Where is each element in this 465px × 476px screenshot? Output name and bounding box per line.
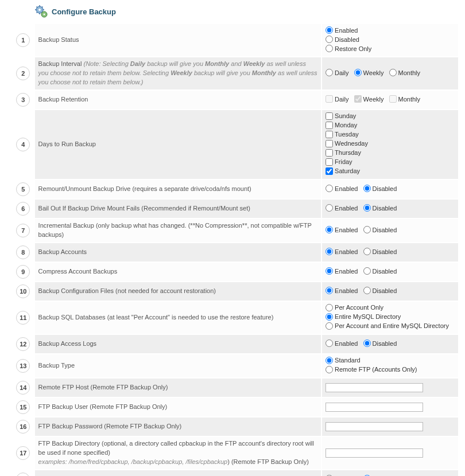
check-label: Sunday xyxy=(335,112,356,119)
logs-disabled-radio[interactable] xyxy=(363,340,371,347)
backup-type-label: Backup Type xyxy=(35,354,321,377)
svg-line-9 xyxy=(42,7,43,8)
radio-label: Entire MySQL Directory xyxy=(335,313,401,320)
day-thursday-check[interactable] xyxy=(326,149,333,157)
day-monday-check[interactable] xyxy=(326,122,333,129)
day-wednesday-check[interactable] xyxy=(326,140,333,147)
row-number: 16 xyxy=(16,420,30,434)
backup-interval-label: Backup Interval (Note: Selecting Daily b… xyxy=(35,57,321,89)
config-disabled-radio[interactable] xyxy=(363,287,371,294)
backup-status-restore-radio[interactable] xyxy=(326,45,333,52)
sql-db-label: Backup SQL Databases (at least "Per Acco… xyxy=(35,302,321,334)
svg-line-6 xyxy=(37,7,38,8)
row-number: 8 xyxy=(16,245,30,259)
type-remoteftp-radio[interactable] xyxy=(326,366,333,373)
backup-retention-label: Backup Retention xyxy=(35,91,321,109)
check-label: Daily xyxy=(335,96,348,103)
radio-label: Standard xyxy=(335,357,361,364)
radio-label: Enabled xyxy=(335,185,358,192)
row-number: 13 xyxy=(16,359,30,373)
interval-daily-radio[interactable] xyxy=(326,69,333,76)
config-enabled-radio[interactable] xyxy=(326,287,333,294)
radio-label: Enabled xyxy=(335,205,358,212)
row-number: 5 xyxy=(16,182,30,196)
row-number: 4 xyxy=(16,138,30,151)
radio-label: Disabled xyxy=(373,268,397,275)
radio-label: Enabled xyxy=(335,27,358,34)
radio-label: Disabled xyxy=(373,185,397,192)
bailout-disabled-radio[interactable] xyxy=(363,204,371,212)
row-number: 6 xyxy=(16,202,30,216)
check-label: Weekly xyxy=(363,96,384,103)
logs-enabled-radio[interactable] xyxy=(326,340,333,347)
ftp-dir-label: FTP Backup Directory (optional, a direct… xyxy=(35,437,321,469)
bailout-enabled-radio[interactable] xyxy=(326,204,333,212)
remount-disabled-radio[interactable] xyxy=(363,185,371,192)
days-to-run-label: Days to Run Backup xyxy=(35,110,321,179)
row-number: 14 xyxy=(16,381,30,395)
sql-entire-radio[interactable] xyxy=(326,313,333,321)
incremental-label: Incremental Backup (only backup what has… xyxy=(35,219,321,242)
page-title: Configure Backup xyxy=(34,5,459,18)
radio-label: Disabled xyxy=(373,227,397,233)
retention-weekly-check[interactable] xyxy=(354,95,362,103)
backup-status-disabled-radio[interactable] xyxy=(326,36,333,43)
interval-weekly-radio[interactable] xyxy=(354,69,362,76)
compress-enabled-radio[interactable] xyxy=(326,267,333,275)
ftp-dir-input[interactable] xyxy=(326,448,423,458)
svg-point-1 xyxy=(38,9,41,11)
compress-label: Compress Account Backups xyxy=(35,263,321,281)
config-files-label: Backup Configuration Files (not needed f… xyxy=(35,282,321,301)
row-number: 1 xyxy=(16,33,30,47)
ftp-pass-input[interactable] xyxy=(326,422,423,431)
retention-daily-check[interactable] xyxy=(326,95,333,103)
row-number: 2 xyxy=(16,67,30,80)
ftp-user-input[interactable] xyxy=(326,403,423,412)
accounts-disabled-radio[interactable] xyxy=(363,248,371,255)
radio-label: Disabled xyxy=(373,248,397,255)
ftp-user-label: FTP Backup User (Remote FTP Backup Only) xyxy=(35,398,321,416)
interval-monthly-radio[interactable] xyxy=(389,69,397,76)
type-standard-radio[interactable] xyxy=(326,357,333,364)
row-number: 12 xyxy=(16,337,30,351)
check-label: Tuesday xyxy=(335,131,359,138)
radio-label: Per Account and Entire MySQL Directory xyxy=(335,322,449,329)
backup-accounts-label: Backup Accounts xyxy=(35,243,321,262)
day-saturday-check[interactable] xyxy=(326,167,333,175)
day-friday-check[interactable] xyxy=(326,158,333,166)
sql-both-radio[interactable] xyxy=(326,322,333,330)
incremental-disabled-radio[interactable] xyxy=(363,226,371,233)
incremental-enabled-radio[interactable] xyxy=(326,226,333,233)
retention-monthly-check[interactable] xyxy=(389,95,397,103)
remount-enabled-radio[interactable] xyxy=(326,185,333,192)
radio-label: Per Account Only xyxy=(335,304,383,311)
passive-mode-label: FTP Backup Passive Mode (required if you… xyxy=(35,470,321,477)
sql-peraccount-radio[interactable] xyxy=(326,304,333,311)
ftp-host-input[interactable] xyxy=(326,383,423,392)
check-label: Monday xyxy=(335,122,357,128)
day-sunday-check[interactable] xyxy=(326,112,333,120)
radio-label: Enabled xyxy=(335,248,358,255)
radio-label: Enabled xyxy=(335,227,358,233)
ftp-host-label: Remote FTP Host (Remote FTP Backup Only) xyxy=(35,379,321,397)
gear-icon xyxy=(34,5,48,18)
page-title-text: Configure Backup xyxy=(52,7,116,16)
radio-label: Daily xyxy=(335,69,348,76)
radio-label: Enabled xyxy=(335,287,358,294)
radio-label: Enabled xyxy=(335,340,358,347)
bailout-label: Bail Out If Backup Drive Mount Fails (Re… xyxy=(35,200,321,218)
access-logs-label: Backup Access Logs xyxy=(35,335,321,353)
radio-label: Disabled xyxy=(373,340,397,347)
compress-disabled-radio[interactable] xyxy=(363,267,371,275)
check-label: Thursday xyxy=(335,149,361,156)
svg-point-11 xyxy=(44,14,45,15)
radio-label: Weekly xyxy=(363,69,384,76)
accounts-enabled-radio[interactable] xyxy=(326,248,333,255)
backup-status-label: Backup Status xyxy=(35,24,321,56)
backup-status-enabled-radio[interactable] xyxy=(326,26,333,34)
row-number: 11 xyxy=(16,311,30,325)
day-tuesday-check[interactable] xyxy=(326,131,333,138)
radio-label: Monthly xyxy=(398,69,421,76)
radio-label: Restore Only xyxy=(335,45,371,52)
row-number: 15 xyxy=(16,400,30,414)
